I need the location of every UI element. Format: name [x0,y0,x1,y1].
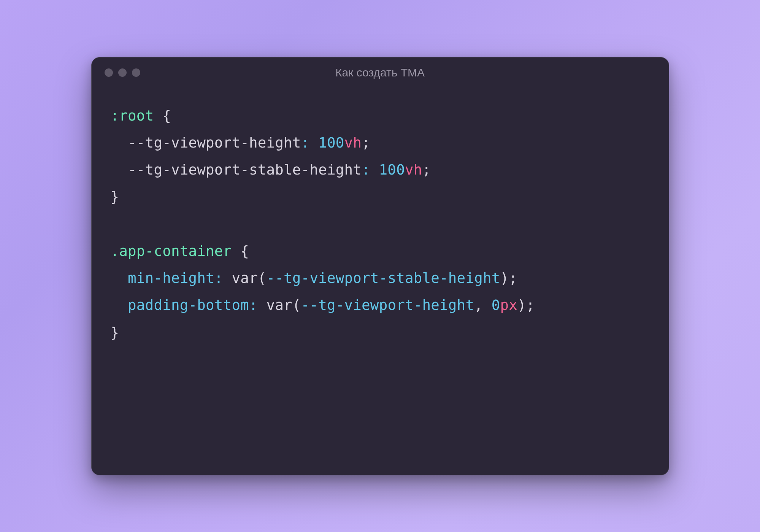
code-block: :root { --tg-viewport-height: 100vh; --t… [92,88,669,475]
code-token: 100 [318,134,344,151]
code-token: :root [111,107,154,124]
code-line: --tg-viewport-height: 100vh; [111,134,370,151]
code-token [111,297,128,313]
code-token [309,134,318,151]
code-token: vh [405,161,422,178]
code-line [111,216,119,232]
code-token: var [267,297,292,313]
code-token [111,270,128,286]
window-title: Как создать TMA [92,66,669,79]
code-line: } [111,324,119,341]
code-line: --tg-viewport-stable-height: 100vh; [111,161,431,178]
code-token: --tg-viewport-height [111,134,301,151]
code-token: ; [362,134,370,151]
code-token: px [500,297,518,313]
code-token: ( [292,297,301,313]
traffic-lights [105,68,140,77]
titlebar: Как создать TMA [92,57,669,88]
code-token: min-height [128,270,214,286]
code-token: ); [517,297,535,313]
code-token: 0 [492,297,500,313]
code-token: , [474,297,492,313]
code-token [258,297,267,313]
code-token [223,270,232,286]
code-token: } [111,188,119,205]
minimize-icon[interactable] [118,68,127,77]
code-token: ( [258,270,267,286]
code-line: :root { [111,107,171,124]
code-token: --tg-viewport-height [301,297,474,313]
code-token: padding-bottom [128,297,249,313]
close-icon[interactable] [105,68,113,77]
code-token: .app-container [111,243,232,259]
code-token: var [232,270,257,286]
maximize-icon[interactable] [132,68,140,77]
code-token: : [362,161,370,178]
code-window: Как создать TMA :root { --tg-viewport-he… [91,57,669,475]
code-line: padding-bottom: var(--tg-viewport-height… [111,297,535,313]
code-token: vh [344,134,362,151]
code-token: : [214,270,223,286]
code-token: { [232,243,249,259]
code-token: } [111,324,119,341]
code-line: } [111,188,119,205]
code-line: min-height: var(--tg-viewport-stable-hei… [111,270,518,286]
code-token: 100 [379,161,405,178]
code-token: : [249,297,258,313]
code-token: --tg-viewport-stable-height [267,270,500,286]
code-token: ); [500,270,518,286]
code-token: ; [422,161,431,178]
code-token: : [301,134,310,151]
code-line: .app-container { [111,243,249,259]
code-token: { [154,107,171,124]
code-token [370,161,379,178]
code-token [111,216,119,232]
code-token: --tg-viewport-stable-height [111,161,362,178]
